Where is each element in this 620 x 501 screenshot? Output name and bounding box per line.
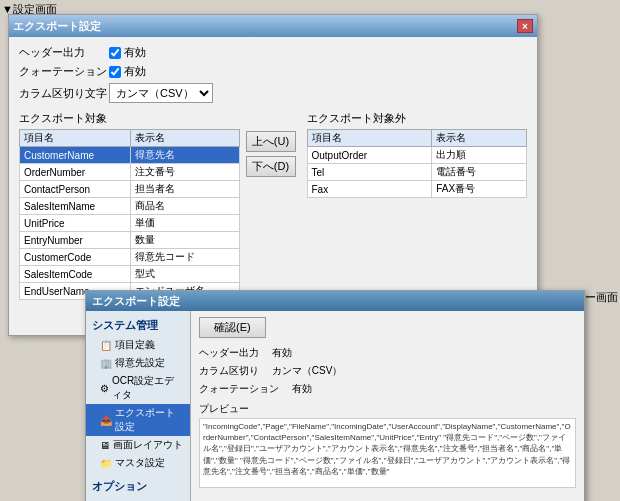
ocr-icon: ⚙ [100, 383, 109, 394]
table-row[interactable]: FaxFAX番号 [307, 181, 527, 198]
master-icon: 📁 [100, 458, 112, 469]
nav-item-master-label: マスタ設定 [115, 456, 165, 470]
preview-section-title: プレビュー [199, 402, 576, 416]
move-buttons: 上へ(U) 下へ(D) [246, 111, 301, 300]
move-down-button[interactable]: 下へ(D) [246, 156, 296, 177]
field-cell: OutputOrder [307, 147, 432, 164]
header-output-value: 有効 [124, 45, 146, 60]
sidebar-nav: システム管理 📋 項目定義 🏢 得意先設定 ⚙ OCR設定エディタ 📤 エクスポ… [86, 311, 191, 501]
export-target-title: エクスポート対象 [19, 111, 240, 126]
display-cell: 型式 [130, 266, 239, 283]
nav-item-layout-label: 画面レイアウト [113, 438, 183, 452]
nav-item-ocr-label: OCR設定エディタ [112, 374, 184, 402]
header-output-checkbox-wrap: 有効 [109, 45, 146, 60]
secondary-dialog: エクスポート設定 システム管理 📋 項目定義 🏢 得意先設定 ⚙ OCR設定エデ… [85, 290, 585, 501]
column-delim-select[interactable]: カンマ（CSV） タブ スペース [109, 83, 213, 103]
column-delim-row: カラム区切り文字 カンマ（CSV） タブ スペース [19, 83, 527, 103]
option-section-title: オプション [86, 476, 190, 497]
field-cell: Fax [307, 181, 432, 198]
tables-area: エクスポート対象 項目名 表示名 CustomerName得意先名OrderNu… [19, 111, 527, 300]
export-icon: 📤 [100, 415, 112, 426]
koumoku-icon: 📋 [100, 340, 112, 351]
export-outside-tbody: OutputOrder出力順Tel電話番号FaxFAX番号 [307, 147, 527, 198]
column-delim-label: カラム区切り文字 [19, 86, 109, 101]
header-output-row: ヘッダー出力 有効 [19, 45, 527, 60]
field-cell: Tel [307, 164, 432, 181]
table-row[interactable]: OrderNumber注文番号 [20, 164, 240, 181]
display-cell: 注文番号 [130, 164, 239, 181]
field-cell: OrderNumber [20, 164, 131, 181]
table-row[interactable]: CustomerName得意先名 [20, 147, 240, 164]
table-row[interactable]: ContactPerson担当者名 [20, 181, 240, 198]
secondary-title: エクスポート設定 [92, 294, 180, 309]
nav-item-koumoku[interactable]: 📋 項目定義 [86, 336, 190, 354]
field-cell: SalesItemName [20, 198, 131, 215]
layout-icon: 🖥 [100, 440, 110, 451]
nav-item-export-label: エクスポート設定 [115, 406, 184, 434]
info-quotation-value: 有効 [292, 383, 312, 394]
nav-item-layout[interactable]: 🖥 画面レイアウト [86, 436, 190, 454]
display-cell: 担当者名 [130, 181, 239, 198]
quotation-checkbox[interactable] [109, 66, 121, 78]
secondary-titlebar: エクスポート設定 [86, 291, 584, 311]
table-row[interactable]: SalesItemName商品名 [20, 198, 240, 215]
dialog-titlebar: エクスポート設定 × [9, 15, 537, 37]
export-target-table: 項目名 表示名 CustomerName得意先名OrderNumber注文番号C… [19, 129, 240, 300]
quotation-value: 有効 [124, 64, 146, 79]
export-target-col-field: 項目名 [20, 130, 131, 147]
table-row[interactable]: SalesItemCode型式 [20, 266, 240, 283]
export-outside-title: エクスポート対象外 [307, 111, 528, 126]
dialog-close-button[interactable]: × [517, 19, 533, 33]
header-output-label: ヘッダー出力 [19, 45, 109, 60]
nav-item-ocr[interactable]: ⚙ OCR設定エディタ [86, 372, 190, 404]
field-cell: EntryNumber [20, 232, 131, 249]
export-dialog: エクスポート設定 × ヘッダー出力 有効 クォーテーション 有効 カラム区切り文… [8, 14, 538, 336]
preview-text: "IncomingCode","Page","FileName","Incomi… [199, 418, 576, 488]
display-cell: 電話番号 [432, 164, 527, 181]
table-row[interactable]: CustomerCode得意先コード [20, 249, 240, 266]
secondary-content: 確認(E) ヘッダー出力 有効 カラム区切り カンマ（CSV） クォーテーション… [191, 311, 584, 501]
nav-item-koumoku-label: 項目定義 [115, 338, 155, 352]
info-quotation: クォーテーション 有効 [199, 380, 576, 398]
header-output-checkbox[interactable] [109, 47, 121, 59]
system-section-title: システム管理 [86, 315, 190, 336]
info-column-value: カンマ（CSV） [272, 365, 343, 376]
nav-item-export[interactable]: 📤 エクスポート設定 [86, 404, 190, 436]
nav-item-tokokuisaki-label: 得意先設定 [115, 356, 165, 370]
field-cell: UnitPrice [20, 215, 131, 232]
export-outside-table: 項目名 表示名 OutputOrder出力順Tel電話番号FaxFAX番号 [307, 129, 528, 198]
info-column-label: カラム区切り [199, 365, 259, 376]
quotation-label: クォーテーション [19, 64, 109, 79]
display-cell: 単価 [130, 215, 239, 232]
tokokuisaki-icon: 🏢 [100, 358, 112, 369]
table-row[interactable]: EntryNumber数量 [20, 232, 240, 249]
display-cell: FAX番号 [432, 181, 527, 198]
nav-exit-item[interactable]: ✕ 終了 [86, 497, 190, 501]
export-outside-col-field: 項目名 [307, 130, 432, 147]
table-row[interactable]: Tel電話番号 [307, 164, 527, 181]
field-cell: SalesItemCode [20, 266, 131, 283]
export-target-col-display: 表示名 [130, 130, 239, 147]
display-cell: 得意先コード [130, 249, 239, 266]
info-column: カラム区切り カンマ（CSV） [199, 362, 576, 380]
quotation-row: クォーテーション 有効 [19, 64, 527, 79]
display-cell: 数量 [130, 232, 239, 249]
dialog-title: エクスポート設定 [13, 19, 101, 34]
export-target-tbody: CustomerName得意先名OrderNumber注文番号ContactPe… [20, 147, 240, 300]
field-cell: CustomerName [20, 147, 131, 164]
table-row[interactable]: OutputOrder出力順 [307, 147, 527, 164]
confirm-button[interactable]: 確認(E) [199, 317, 266, 338]
info-header-label: ヘッダー出力 [199, 347, 259, 358]
export-target-section: エクスポート対象 項目名 表示名 CustomerName得意先名OrderNu… [19, 111, 240, 300]
export-outside-section: エクスポート対象外 項目名 表示名 OutputOrder出力順Tel電話番号F… [307, 111, 528, 300]
nav-item-tokokuisaki[interactable]: 🏢 得意先設定 [86, 354, 190, 372]
info-quotation-label: クォーテーション [199, 383, 279, 394]
table-row[interactable]: UnitPrice単価 [20, 215, 240, 232]
content-info: ヘッダー出力 有効 カラム区切り カンマ（CSV） クォーテーション 有効 [199, 344, 576, 398]
info-header-value: 有効 [272, 347, 292, 358]
display-cell: 商品名 [130, 198, 239, 215]
display-cell: 出力順 [432, 147, 527, 164]
nav-item-master[interactable]: 📁 マスタ設定 [86, 454, 190, 472]
move-up-button[interactable]: 上へ(U) [246, 131, 296, 152]
export-outside-col-display: 表示名 [432, 130, 527, 147]
